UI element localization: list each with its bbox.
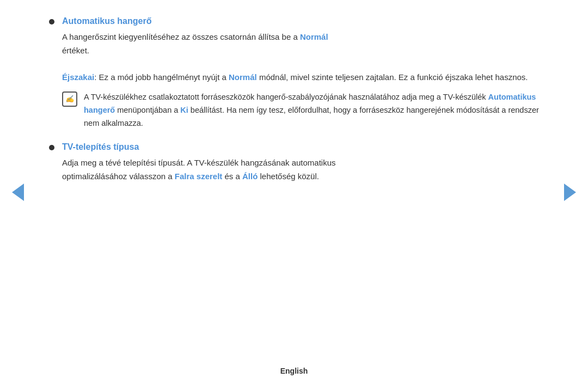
content-area: Automatikus hangerő A hangerőszint kiegy… <box>0 0 588 360</box>
note-text: A TV-készülékhez csatlakoztatott forráse… <box>84 91 539 130</box>
section-1-night-end: módnál, mivel szinte teljesen zajtalan. … <box>257 72 528 82</box>
section-2-text1: Adja meg a tévé telepítési típusát. A TV… <box>62 158 336 167</box>
section-2-falra: Falra szerelt <box>175 172 223 181</box>
night-label: Éjszakai <box>62 72 94 82</box>
page-container: Automatikus hangerő A hangerőszint kiegy… <box>0 0 588 384</box>
section-1-text1: A hangerőszint kiegyenlítéséhez az össze… <box>62 32 300 41</box>
section-1-para1: A hangerőszint kiegyenlítéséhez az össze… <box>62 31 539 44</box>
section-1-para2: értéket. <box>62 44 539 58</box>
section-1-night-text: : Ez a mód jobb hangélményt nyújt a <box>94 72 229 82</box>
note-ki: Ki <box>180 106 188 114</box>
note-text-part2: menüpontjában a <box>115 106 180 114</box>
note-text-part1: A TV-készülékhez csatlakoztatott forráse… <box>84 93 488 101</box>
section-1-body: A hangerőszint kiegyenlítéséhez az össze… <box>49 31 539 130</box>
section-2-title: TV-telepítés típusa <box>62 142 139 152</box>
section-1-title: Automatikus hangerő <box>62 16 151 26</box>
section-2-allo: Álló <box>242 172 258 181</box>
section-1-ertek: értéket. <box>62 46 89 55</box>
section-2-end: lehetőség közül. <box>258 172 319 181</box>
footer-language: English <box>280 367 308 375</box>
section-tv-telepites: TV-telepítés típusa Adja meg a tévé tele… <box>49 142 539 184</box>
section-2-es: és a <box>222 172 242 181</box>
section-2-body: Adja meg a tévé telepítési típusát. A TV… <box>49 156 539 184</box>
section-1-night-para: Éjszakai: Ez a mód jobb hangélményt nyúj… <box>62 71 539 84</box>
section-2-text2: optimalizálásához válasszon a <box>62 172 175 181</box>
footer: English <box>0 360 588 384</box>
section-automatikus-hangero: Automatikus hangerő A hangerőszint kiegy… <box>49 16 539 130</box>
section-1-normal1: Normál <box>300 32 328 41</box>
section-title-row: Automatikus hangerő <box>49 16 539 26</box>
section-1-normal2: Normál <box>229 72 257 82</box>
section-2-para1: Adja meg a tévé telepítési típusát. A TV… <box>62 156 539 170</box>
note-box: ✍ A TV-készülékhez csatlakoztatott forrá… <box>62 91 539 130</box>
section-2-para2: optimalizálásához válasszon a Falra szer… <box>62 170 539 184</box>
note-icon: ✍ <box>62 92 77 107</box>
section-2-title-row: TV-telepítés típusa <box>49 142 539 152</box>
bullet-dot <box>49 19 54 25</box>
bullet-dot-2 <box>49 145 54 150</box>
